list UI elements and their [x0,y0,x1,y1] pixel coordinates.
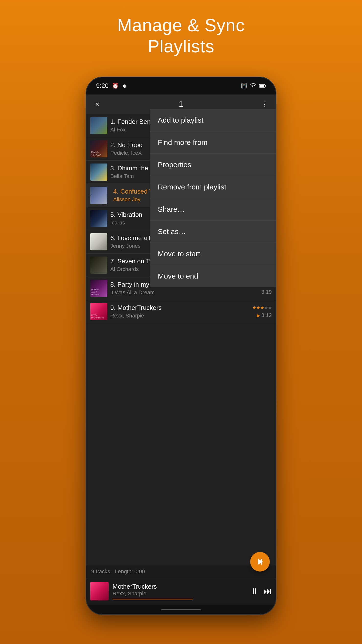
vibrate-icon: 📳 [241,83,247,89]
app-content: × 1 ⋮ 1. Fender Bender Al Fox Pedicle100… [86,94,276,614]
status-left: 9:20 ⏰ ☻ [96,82,128,90]
context-find-more[interactable]: Find more from [150,132,276,154]
context-share[interactable]: Share… [150,198,276,220]
context-set-as[interactable]: Set as… [150,220,276,243]
context-remove-from-playlist[interactable]: Remove from playlist [150,176,276,198]
battery-icon [259,82,266,90]
context-add-to-playlist[interactable]: Add to playlist [150,109,276,132]
wifi-icon [250,82,257,90]
context-menu-overlay[interactable]: Add to playlist Find more from Propertie… [86,94,276,614]
svg-rect-2 [260,85,264,87]
smiley-icon: ☻ [122,83,128,89]
context-move-to-end[interactable]: Move to end [150,265,276,287]
context-move-to-start[interactable]: Move to start [150,243,276,265]
clock-icon: ⏰ [112,83,119,89]
context-properties[interactable]: Properties [150,154,276,176]
page-title: Manage & Sync Playlists [117,15,245,57]
time-display: 9:20 [96,82,109,90]
phone-frame: 9:20 ⏰ ☻ 📳 × 1 ⋮ [86,76,276,615]
svg-rect-1 [265,85,266,87]
context-menu: Add to playlist Find more from Propertie… [150,109,276,287]
status-right: 📳 [241,82,266,90]
camera-notch [179,82,183,87]
